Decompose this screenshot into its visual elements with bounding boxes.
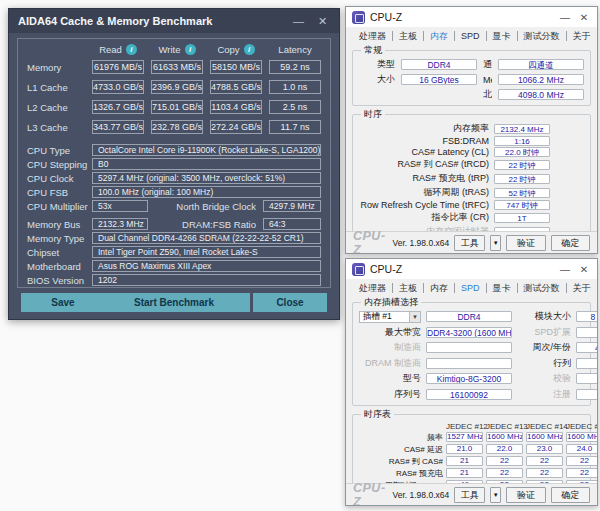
ok-button[interactable]: 确定 (551, 487, 590, 503)
jedec-cell: 1600 MHz (566, 432, 598, 442)
timing-field: 1T (494, 213, 550, 223)
tab-spd[interactable]: SPD (455, 283, 487, 293)
tab-mainboard[interactable]: 主板 (393, 31, 424, 41)
jedec-cell: 22 (486, 468, 523, 478)
save-button[interactable]: Save (21, 293, 105, 312)
info-row-cpu-multiplier: CPU Multiplier 53x North Bridge Clock 42… (27, 200, 321, 212)
info-icon[interactable]: i (244, 44, 255, 55)
info-value: 64:3 (263, 218, 321, 230)
bench-row-l2: L2 Cache 1326.7 GB/s 715.01 GB/s 1103.4 … (27, 100, 321, 114)
bench-value: 715.01 GB/s (151, 100, 203, 114)
close-button[interactable]: Close (253, 293, 327, 312)
close-icon[interactable]: ✕ (577, 264, 591, 275)
cpuz-logo: CPU-Z (353, 229, 388, 255)
col-header-copy: Copyi (210, 44, 262, 55)
info-row-cpu-type: CPU Type OctalCore Intel Core i9-11900K … (27, 144, 321, 156)
groupbox-title: 内存插槽选择 (361, 297, 421, 308)
info-value: OctalCore Intel Core i9-11900K (Rocket L… (92, 144, 321, 156)
module-size-field: 8 GBytes (576, 311, 598, 322)
info-row-motherboard: Motherboard Asus ROG Maximus XIII Apex (27, 260, 321, 272)
bench-value: 2.5 ns (269, 100, 321, 114)
ok-button[interactable]: 确定 (551, 235, 590, 251)
cpuz-memory-window: CPU-Z — ✕ 处理器 主板 内存 SPD 显卡 测试分数 关于 常规 类型… (345, 6, 598, 254)
bench-row-l3: L3 Cache 343.77 GB/s 232.78 GB/s 272.24 … (27, 120, 321, 134)
groupbox-title: 时序 (361, 109, 385, 120)
tools-button[interactable]: 工具 (454, 487, 485, 503)
minimize-icon[interactable]: — (558, 264, 572, 275)
tab-graphics[interactable]: 显卡 (487, 283, 518, 293)
registered-field (576, 389, 598, 400)
jedec-cell: 23.0 (526, 444, 563, 454)
channels-field: 四通道 (498, 59, 584, 70)
info-icon[interactable]: i (126, 44, 137, 55)
jedec-cell: 22 (566, 468, 598, 478)
tab-memory[interactable]: 内存 (424, 31, 455, 41)
info-value: Intel Tiger Point Z590, Intel Rocket Lak… (92, 246, 321, 258)
tab-memory[interactable]: 内存 (424, 283, 455, 293)
jedec-cell: 21.0 (446, 444, 483, 454)
cpuz-tab-bar: 处理器 主板 内存 SPD 显卡 测试分数 关于 (346, 27, 597, 42)
tools-dropdown-arrow-icon[interactable]: ▼ (490, 487, 501, 503)
cpuz-titlebar[interactable]: CPU-Z — ✕ (346, 259, 597, 279)
jedec-cell: 21 (446, 456, 483, 466)
tab-bench[interactable]: 测试分数 (518, 31, 567, 41)
jedec-cell: 22.0 (486, 444, 523, 454)
validate-button[interactable]: 验证 (506, 235, 545, 251)
aida64-window: AIDA64 Cache & Memory Benchmark — ✕ Read… (8, 8, 340, 320)
bench-row-memory: Memory 61976 MB/s 61633 MB/s 58150 MB/s … (27, 60, 321, 74)
info-value: 5297.4 MHz (original: 3500 MHz, overcloc… (92, 172, 321, 184)
tools-dropdown-arrow-icon[interactable]: ▼ (490, 235, 501, 251)
cpuz-statusbar: CPU-Z Ver. 1.98.0.x64 工具 ▼ 验证 确定 (346, 483, 597, 505)
cpuz-app-icon (352, 263, 365, 276)
bench-value: 232.78 GB/s (151, 120, 203, 134)
info-icon[interactable]: i (185, 44, 196, 55)
close-icon[interactable]: ✕ (577, 12, 591, 23)
part-number-field: Kimtigo-8G-3200 (426, 373, 512, 384)
tab-about[interactable]: 关于 (567, 283, 598, 293)
aida64-titlebar[interactable]: AIDA64 Cache & Memory Benchmark — ✕ (9, 9, 339, 33)
tab-mainboard[interactable]: 主板 (393, 283, 424, 293)
bench-row-l1: L1 Cache 4733.0 GB/s 2396.9 GB/s 4788.5 … (27, 80, 321, 94)
tab-cpu[interactable]: 处理器 (353, 31, 393, 41)
bench-value: 59.2 ns (269, 60, 321, 74)
jedec-cell: 1527 MHz (446, 432, 483, 442)
timing-field: 747 时钟 (494, 200, 550, 210)
slot-select-dropdown[interactable]: 插槽 #1 ▼ (359, 311, 421, 323)
close-icon[interactable]: ✕ (315, 15, 330, 28)
minimize-icon[interactable]: — (291, 15, 306, 27)
cpuz-tab-bar: 处理器 主板 内存 SPD 显卡 测试分数 关于 (346, 279, 597, 294)
info-value: 100.0 MHz (original: 100 MHz) (92, 186, 321, 198)
tab-cpu[interactable]: 处理器 (353, 283, 393, 293)
jedec-cell: 22 (526, 468, 563, 478)
tab-about[interactable]: 关于 (567, 31, 598, 41)
bench-value: 272.24 GB/s (210, 120, 262, 134)
groupbox-title: 时序表 (361, 409, 394, 420)
row-label: L3 Cache (27, 122, 85, 133)
row-label: L2 Cache (27, 102, 85, 113)
tab-spd[interactable]: SPD (455, 31, 487, 41)
dropdown-arrow-icon: ▼ (409, 312, 420, 322)
info-value: Asus ROG Maximus XIII Apex (92, 260, 321, 272)
serial-number-field: 16100092 (426, 389, 512, 400)
tab-bench[interactable]: 测试分数 (518, 283, 567, 293)
cpuz-logo: CPU-Z (353, 481, 388, 507)
cpuz-titlebar[interactable]: CPU-Z — ✕ (346, 7, 597, 27)
bench-value: 4733.0 GB/s (92, 80, 144, 94)
minimize-icon[interactable]: — (558, 12, 572, 23)
bench-value: 343.77 GB/s (92, 120, 144, 134)
jedec-cell: 24.0 (566, 444, 598, 454)
jedec-col-header: JEDEC #14 (526, 422, 563, 431)
start-benchmark-button[interactable]: Start Benchmark (98, 293, 250, 312)
info-row-cpu-stepping: CPU Stepping B0 (27, 158, 321, 170)
bench-value: 61633 MB/s (151, 60, 203, 74)
info-row-cpu-fsb: CPU FSB 100.0 MHz (original: 100 MHz) (27, 186, 321, 198)
jedec-col-header: JEDEC #12 (446, 422, 483, 431)
jedec-col-header: JEDEC #15 (566, 422, 598, 431)
info-value: 2132.3 MHz (92, 218, 148, 230)
aida64-results-panel: Readi Writei Copyi Latency Memory 61976 … (17, 38, 331, 288)
bench-value: 4788.5 GB/s (210, 80, 262, 94)
tools-button[interactable]: 工具 (454, 235, 485, 251)
validate-button[interactable]: 验证 (506, 487, 545, 503)
tab-graphics[interactable]: 显卡 (487, 31, 518, 41)
info-value: B0 (92, 158, 321, 170)
